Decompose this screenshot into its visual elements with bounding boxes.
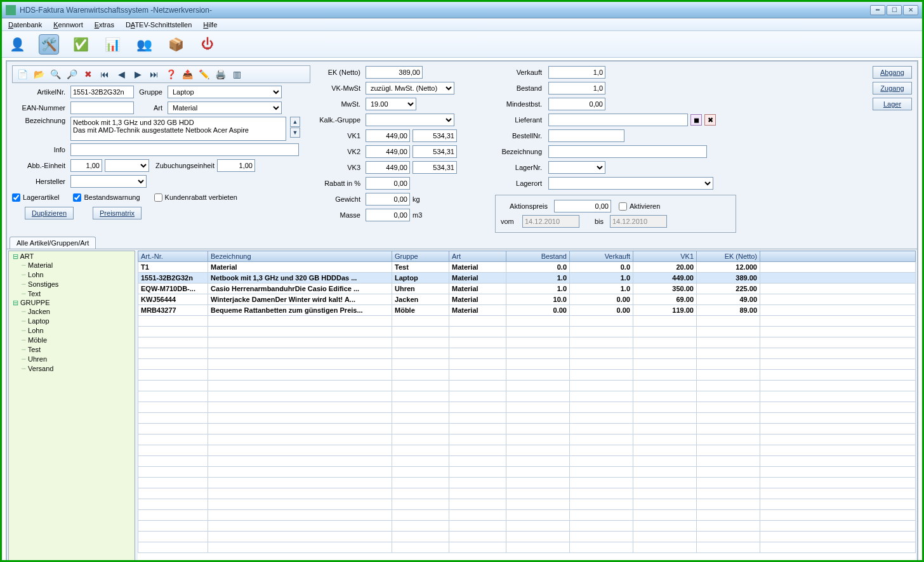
tree-item[interactable]: Versand xyxy=(22,364,131,374)
zoom-icon[interactable]: 🔎 xyxy=(65,67,79,81)
col-vk1[interactable]: VK1 xyxy=(633,251,697,262)
table-row[interactable]: MRB43277Bequeme Rattanbetten zum günstig… xyxy=(138,305,916,316)
bestand-input[interactable] xyxy=(548,82,605,95)
tree-item[interactable]: Uhren xyxy=(22,355,131,364)
table-row[interactable] xyxy=(138,337,916,348)
gruppe-select[interactable]: Laptop xyxy=(168,86,282,98)
table-row[interactable] xyxy=(138,316,916,327)
table-row[interactable]: EQW-M710DB-...Casio HerrenarmbanduhrDie … xyxy=(138,284,916,294)
export-icon[interactable]: 📤 xyxy=(180,67,194,81)
vk1-gross[interactable] xyxy=(412,129,457,142)
lagerort-select[interactable] xyxy=(548,177,713,190)
tree-gruppe-root[interactable]: GRUPPE xyxy=(13,299,131,307)
col-ek[interactable]: EK (Netto) xyxy=(697,251,760,262)
table-row[interactable] xyxy=(138,435,916,445)
menu-hilfe[interactable]: Hilfe xyxy=(203,21,217,29)
abb-einheit-input[interactable] xyxy=(70,159,102,172)
bestellnr-input[interactable] xyxy=(548,129,624,142)
tools-icon[interactable]: 🛠️ xyxy=(39,34,59,55)
table-row[interactable]: KWJ56444Winterjacke DamenDer Winter wird… xyxy=(138,294,916,305)
menu-kennwort[interactable]: Kennwort xyxy=(53,21,82,29)
lieferant-pick-icon[interactable]: ◼ xyxy=(690,114,702,126)
table-row[interactable] xyxy=(138,348,916,359)
tree-item[interactable]: Lohn xyxy=(22,270,131,280)
duplizieren-button[interactable]: Duplizieren xyxy=(25,207,74,219)
abgang-button[interactable]: Abgang xyxy=(873,66,912,79)
table-row[interactable] xyxy=(138,488,916,499)
preismatrix-button[interactable]: Preismatrix xyxy=(93,207,142,219)
table-row[interactable] xyxy=(138,402,916,413)
tree-item[interactable]: Jacken xyxy=(22,307,131,317)
menu-datenbank[interactable]: DDatenbankatenbank xyxy=(8,21,42,29)
vom-date[interactable] xyxy=(522,215,579,228)
lieferant-clear-icon[interactable]: ✖ xyxy=(704,114,716,126)
tree-item[interactable]: Text xyxy=(22,289,131,299)
artikelnr-input[interactable] xyxy=(70,86,134,98)
tree-item[interactable]: Material xyxy=(22,261,131,270)
barcode-icon[interactable]: ▥ xyxy=(230,67,244,81)
table-row[interactable] xyxy=(138,521,916,532)
lager-button[interactable]: Lager xyxy=(873,98,912,110)
open-icon[interactable]: 📂 xyxy=(32,67,46,81)
group-icon[interactable]: 👥 xyxy=(134,34,154,55)
menu-extras[interactable]: Extras xyxy=(95,21,114,29)
vk3-input[interactable] xyxy=(366,161,410,174)
art-select[interactable]: Material xyxy=(168,101,282,114)
table-row[interactable] xyxy=(138,510,916,521)
table-row[interactable]: 1551-32B2G32nNetbook mit 1,3 GHz und 320… xyxy=(138,273,916,284)
lagernr-select[interactable] xyxy=(548,161,605,174)
last-icon[interactable]: ⏭ xyxy=(147,67,161,81)
vk1-input[interactable] xyxy=(366,129,410,142)
bis-date[interactable] xyxy=(610,215,667,228)
menu-datev[interactable]: DATEV-Schnittstellen xyxy=(126,21,192,29)
mindestbst-input[interactable] xyxy=(548,98,605,110)
col-bestand[interactable]: Bestand xyxy=(506,251,570,262)
col-artnr[interactable]: Art.-Nr. xyxy=(138,251,208,262)
aktionspreis-input[interactable] xyxy=(554,200,611,212)
close-button[interactable]: ✕ xyxy=(903,5,918,15)
first-icon[interactable]: ⏮ xyxy=(98,67,112,81)
kundenrabatt-checkbox[interactable]: Kundenrabatt verbieten xyxy=(154,193,237,202)
col-verkauft[interactable]: Verkauft xyxy=(570,251,633,262)
tree-item[interactable]: Sonstiges xyxy=(22,280,131,289)
tree-art-root[interactable]: ART xyxy=(13,252,131,261)
table-row[interactable] xyxy=(138,532,916,542)
abb-einheit-select[interactable] xyxy=(105,159,149,172)
table-row[interactable] xyxy=(138,327,916,337)
col-bezeichnung[interactable]: Bezeichnung xyxy=(208,251,392,262)
ean-input[interactable] xyxy=(70,101,134,114)
table-row[interactable] xyxy=(138,445,916,456)
table-row[interactable] xyxy=(138,391,916,402)
edit-icon[interactable]: ✏️ xyxy=(197,67,211,81)
tab-alle-artikel[interactable]: Alle Artikel/Gruppen/Art xyxy=(10,237,96,249)
rabatt-input[interactable] xyxy=(366,177,410,190)
search-icon[interactable]: 🔍 xyxy=(48,67,62,81)
tree-item[interactable]: Möble xyxy=(22,336,131,345)
mwst-select[interactable]: 19.00 xyxy=(366,98,416,110)
masse-input[interactable] xyxy=(366,209,410,221)
bezeichnung-down-icon[interactable]: ▼ xyxy=(290,127,300,138)
minimize-button[interactable]: ━ xyxy=(870,5,885,15)
hersteller-select[interactable] xyxy=(70,175,147,188)
help-icon[interactable]: ❓ xyxy=(164,67,178,81)
tree-item[interactable]: Test xyxy=(22,345,131,355)
package-icon[interactable]: 📦 xyxy=(166,34,186,55)
new-icon[interactable]: 📄 xyxy=(15,67,29,81)
tree-item[interactable]: Laptop xyxy=(22,317,131,326)
print-icon[interactable]: 🖨️ xyxy=(213,67,227,81)
chart-icon[interactable]: 📊 xyxy=(102,34,122,55)
vk3-gross[interactable] xyxy=(412,161,457,174)
ek-input[interactable] xyxy=(366,66,423,79)
table-row[interactable] xyxy=(138,359,916,370)
lieferant-input[interactable] xyxy=(548,114,688,126)
delete-icon[interactable]: ✖ xyxy=(81,67,95,81)
zugang-button[interactable]: Zugang xyxy=(873,82,912,95)
table-row[interactable] xyxy=(138,478,916,488)
check-icon[interactable]: ✅ xyxy=(70,34,91,55)
power-icon[interactable]: ⏻ xyxy=(197,34,218,55)
bezeichnung-up-icon[interactable]: ▲ xyxy=(290,117,300,127)
bezeichnung2-input[interactable] xyxy=(548,145,707,158)
user-icon[interactable]: 👤 xyxy=(7,34,27,55)
next-icon[interactable]: ▶ xyxy=(131,67,145,81)
info-input[interactable] xyxy=(70,143,299,156)
